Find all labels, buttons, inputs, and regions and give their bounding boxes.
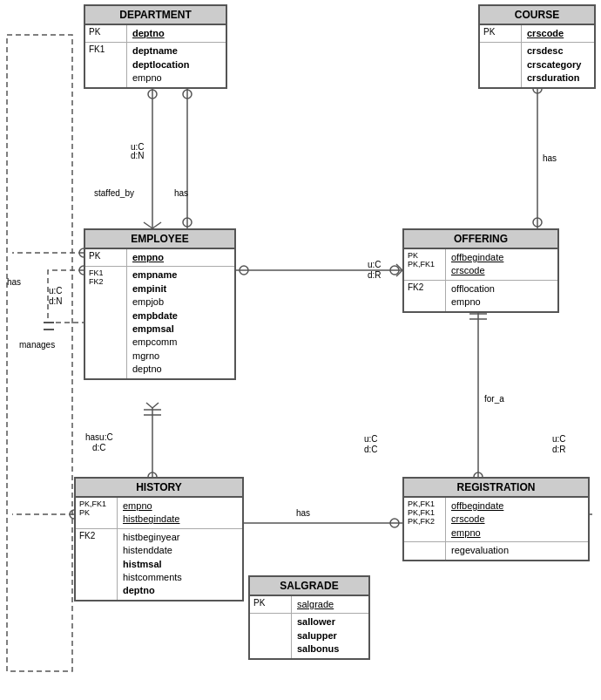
course-data-key — [480, 43, 522, 86]
reg-pk-fields: offbegindate crscode empno — [446, 498, 588, 541]
label-uc-hist-reg: u:C — [364, 434, 378, 444]
svg-point-19 — [390, 266, 399, 275]
sal-pk-fields: salgrade — [292, 596, 368, 613]
reg-data-fields: regevaluation — [446, 542, 588, 560]
label-staffed-by: staffed_by — [94, 188, 134, 198]
svg-point-18 — [240, 266, 248, 275]
entity-registration-header: REGISTRATION — [404, 479, 588, 498]
hist-pk-fields: empno histbegindate — [118, 498, 242, 528]
label-dn-emp-loop: d:N — [49, 296, 63, 306]
label-has-left: has — [7, 277, 21, 287]
svg-point-6 — [183, 90, 192, 99]
label-dn-dept-emp: d:N — [131, 151, 145, 160]
entity-history: HISTORY PK,FK1PK empno histbegindate FK2… — [74, 477, 244, 601]
svg-point-4 — [148, 90, 157, 99]
off-data-fields: offlocation empno — [446, 281, 557, 311]
emp-data-key: FK1FK2 — [85, 267, 127, 377]
course-pk-key: PK — [480, 25, 522, 42]
label-dr-emp-off: d:R — [368, 270, 382, 280]
off-pk-fields: offbegindate crscode — [446, 249, 557, 280]
svg-rect-0 — [7, 35, 72, 671]
emp-data-fields: empname empinit empjob empbdate empmsal … — [127, 267, 234, 377]
entity-department: DEPARTMENT PK deptno FK1 deptname deptlo… — [84, 4, 227, 89]
hist-data-key: FK2 — [76, 529, 118, 600]
label-manages: manages — [19, 340, 55, 350]
course-data-fields: crsdesc crscategory crsduration — [522, 43, 594, 86]
label-uc-emp-off: u:C — [368, 260, 382, 269]
emp-pk-key: PK — [85, 249, 127, 266]
svg-line-21 — [396, 270, 402, 276]
label-uc-off-reg2: u:C — [552, 434, 566, 444]
svg-line-13 — [152, 403, 159, 408]
label-dr-off-reg2: d:R — [552, 445, 566, 454]
dept-pk-key: PK — [85, 25, 127, 42]
dept-pk-fields: deptno — [127, 25, 226, 42]
label-has-dept-emp: has — [174, 188, 188, 198]
label-hasu-c: hasu:C — [85, 432, 113, 442]
entity-course-header: COURSE — [480, 6, 594, 25]
hist-data-fields: histbeginyear histenddate histmsal histc… — [118, 529, 242, 600]
svg-line-12 — [146, 403, 152, 408]
hist-pk-key: PK,FK1PK — [76, 498, 118, 528]
svg-point-7 — [183, 218, 192, 227]
entity-course: COURSE PK crscode crsdesc crscategory cr… — [478, 4, 596, 89]
reg-data-key — [404, 542, 446, 560]
emp-pk-fields: empno — [127, 249, 234, 266]
label-for-a: for_a — [484, 394, 504, 404]
svg-line-2 — [144, 222, 152, 228]
label-dc-hist-reg: d:C — [364, 445, 378, 454]
entity-registration: REGISTRATION PK,FK1PK,FK1PK,FK2 offbegin… — [402, 477, 590, 561]
course-pk-fields: crscode — [522, 25, 594, 42]
label-has-course-offering: has — [543, 153, 557, 163]
sal-data-fields: sallower salupper salbonus — [292, 614, 368, 657]
svg-point-24 — [533, 218, 542, 227]
svg-point-34 — [390, 519, 399, 527]
sal-pk-key: PK — [250, 596, 292, 613]
label-d-c-emp-hist: d:C — [92, 443, 106, 452]
label-has-hist-reg: has — [296, 508, 310, 518]
dept-data-key: FK1 — [85, 43, 127, 86]
reg-pk-key: PK,FK1PK,FK1PK,FK2 — [404, 498, 446, 541]
entity-employee: EMPLOYEE PK empno FK1FK2 empname empinit… — [84, 228, 236, 380]
diagram-container: COURSE PK crscode crsdesc crscategory cr… — [0, 0, 601, 700]
entity-employee-header: EMPLOYEE — [85, 230, 234, 249]
off-data-key: FK2 — [404, 281, 446, 311]
entity-department-header: DEPARTMENT — [85, 6, 226, 25]
off-pk-key: PKPK,FK1 — [404, 249, 446, 280]
label-uc-emp-loop: u:C — [49, 286, 63, 296]
entity-salgrade-header: SALGRADE — [250, 577, 368, 596]
sal-data-key — [250, 614, 292, 657]
svg-line-3 — [152, 222, 161, 228]
entity-history-header: HISTORY — [76, 479, 242, 498]
entity-salgrade: SALGRADE PK salgrade sallower salupper s… — [248, 575, 370, 660]
dept-data-fields: deptname deptlocation empno — [127, 43, 226, 86]
entity-offering-header: OFFERING — [404, 230, 557, 249]
svg-line-20 — [396, 264, 402, 270]
entity-offering: OFFERING PKPK,FK1 offbegindate crscode F… — [402, 228, 559, 313]
